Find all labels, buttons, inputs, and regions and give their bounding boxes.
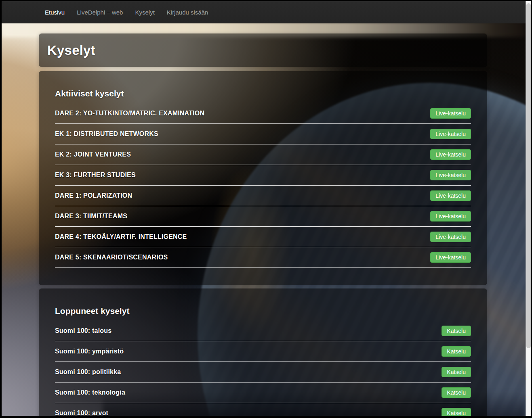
live-view-button[interactable]: Live-katselu	[430, 190, 471, 201]
active-survey-list: DARE 2: YO-TUTKINTO/MATRIC. EXAMINATION …	[55, 103, 471, 268]
survey-title: Suomi 100: arvot	[55, 410, 108, 417]
survey-row: EK 1: DISTRIBUTED NETWORKS Live-katselu	[55, 124, 471, 144]
survey-title: EK 1: DISTRIBUTED NETWORKS	[55, 130, 158, 138]
page-title: Kyselyt	[47, 43, 95, 58]
view-button[interactable]: Katselu	[442, 326, 471, 336]
ended-survey-list: Suomi 100: talous Katselu Suomi 100: ymp…	[55, 321, 471, 418]
page-title-panel: Kyselyt	[39, 33, 487, 67]
nav-item: Kyselyt	[129, 1, 160, 23]
view-button[interactable]: Katselu	[442, 367, 471, 377]
survey-title: DARE 3: TIIMIT/TEAMS	[55, 213, 127, 220]
nav-item: Kirjaudu sisään	[161, 1, 214, 23]
survey-row: EK 2: JOINT VENTURES Live-katselu	[55, 144, 471, 165]
live-view-button[interactable]: Live-katselu	[430, 211, 471, 222]
survey-row: Suomi 100: politiikka Katselu	[55, 362, 471, 382]
nav-item-livedelphi-web[interactable]: LiveDelphi – web	[71, 1, 129, 23]
live-view-button[interactable]: Live-katselu	[430, 108, 471, 119]
survey-title: Suomi 100: politiikka	[55, 368, 121, 376]
nav-item-etusivu[interactable]: Etusivu	[39, 1, 71, 23]
ended-surveys-panel: Loppuneet kyselyt Suomi 100: talous Kats…	[39, 288, 487, 418]
survey-title: EK 3: FURTHER STUDIES	[55, 171, 136, 179]
survey-title: Suomi 100: teknologia	[55, 389, 125, 396]
view-button[interactable]: Katselu	[442, 346, 471, 357]
nav-item: LiveDelphi – web	[71, 1, 129, 23]
survey-title: DARE 4: TEKOÄLY/ARTIF. INTELLIGENCE	[55, 233, 187, 240]
live-view-button[interactable]: Live-katselu	[430, 232, 471, 242]
nav-item-kirjaudu-sisaan[interactable]: Kirjaudu sisään	[161, 1, 214, 23]
top-navbar: Etusivu LiveDelphi – web Kyselyt Kirjaud…	[2, 1, 526, 23]
survey-title: Suomi 100: ympäristö	[55, 348, 124, 355]
survey-row: DARE 5: SKENAARIOT/SCENARIOS Live-katsel…	[55, 247, 471, 268]
browser-viewport: Etusivu LiveDelphi – web Kyselyt Kirjaud…	[0, 0, 532, 418]
nav-menu: Etusivu LiveDelphi – web Kyselyt Kirjaud…	[39, 1, 526, 23]
survey-row: DARE 4: TEKOÄLY/ARTIF. INTELLIGENCE Live…	[55, 227, 471, 247]
survey-title: DARE 1: POLARIZATION	[55, 192, 132, 199]
survey-row: Suomi 100: arvot Katselu	[55, 403, 471, 418]
view-button[interactable]: Katselu	[442, 408, 471, 418]
nav-item: Etusivu	[39, 1, 71, 23]
survey-title: DARE 5: SKENAARIOT/SCENARIOS	[55, 254, 168, 261]
nav-item-kyselyt[interactable]: Kyselyt	[129, 1, 160, 23]
live-view-button[interactable]: Live-katselu	[430, 252, 471, 263]
survey-title: Suomi 100: talous	[55, 327, 111, 334]
scrollbar[interactable]	[526, 1, 531, 416]
survey-row: Suomi 100: talous Katselu	[55, 321, 471, 341]
live-view-button[interactable]: Live-katselu	[430, 170, 471, 180]
survey-row: EK 3: FURTHER STUDIES Live-katselu	[55, 165, 471, 186]
view-button[interactable]: Katselu	[442, 387, 471, 398]
ended-surveys-heading: Loppuneet kyselyt	[55, 305, 471, 317]
scrollbar-thumb[interactable]	[526, 3, 531, 348]
survey-row: DARE 1: POLARIZATION Live-katselu	[55, 186, 471, 206]
live-view-button[interactable]: Live-katselu	[430, 149, 471, 160]
survey-row: Suomi 100: teknologia Katselu	[55, 382, 471, 403]
active-surveys-heading: Aktiiviset kyselyt	[55, 88, 471, 99]
survey-title: DARE 2: YO-TUTKINTO/MATRIC. EXAMINATION	[55, 110, 204, 117]
page-content: Kyselyt Aktiiviset kyselyt DARE 2: YO-TU…	[2, 23, 526, 416]
survey-row: DARE 3: TIIMIT/TEAMS Live-katselu	[55, 206, 471, 227]
active-surveys-panel: Aktiiviset kyselyt DARE 2: YO-TUTKINTO/M…	[39, 71, 487, 285]
survey-row: Suomi 100: ympäristö Katselu	[55, 341, 471, 362]
live-view-button[interactable]: Live-katselu	[430, 129, 471, 139]
survey-row: DARE 2: YO-TUTKINTO/MATRIC. EXAMINATION …	[55, 103, 471, 124]
survey-title: EK 2: JOINT VENTURES	[55, 151, 131, 158]
